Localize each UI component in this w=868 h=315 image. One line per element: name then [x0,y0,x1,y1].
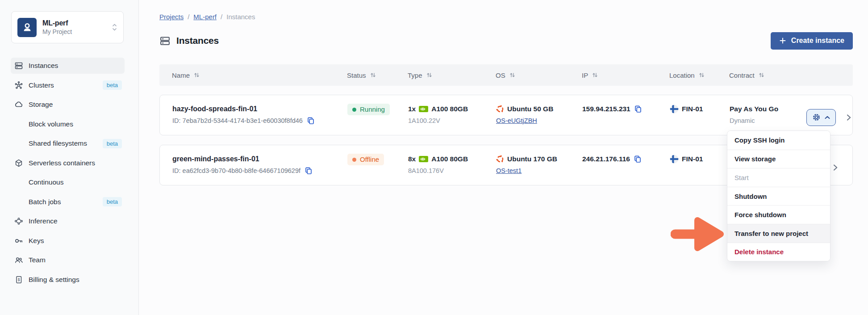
finland-flag-icon [670,155,679,164]
ubuntu-icon [496,105,504,113]
menu-item-copy-ssh-login[interactable]: Copy SSH login [727,131,830,150]
chevron-right-icon[interactable] [831,163,840,172]
os-label: Ubuntu 170 GB [507,154,557,164]
page-title: Instances [176,35,219,46]
copy-icon[interactable] [634,105,643,113]
person-icon [17,18,37,37]
sidebar-item-serverless-containers[interactable]: Serverless containers [11,155,125,171]
name-cell: hazy-food-spreads-fin-01 ID: 7eba7b2d-53… [172,100,347,125]
os-volume-link[interactable]: OS-test1 [496,167,522,174]
os-label: Ubuntu 50 GB [507,104,553,114]
project-selector-text: ML-perf My Project [42,19,111,35]
instance-ip: 159.94.215.231 [582,104,630,114]
column-label: OS [496,71,505,79]
column-header-location[interactable]: Location [669,71,729,79]
contract-cell: Pay As You Go Dynamic [730,100,778,126]
sidebar-item-continuous[interactable]: Continuous [11,174,125,190]
app-root: ML-perf My Project Instances Clusters be… [0,0,868,315]
menu-item-shutdown[interactable]: Shutdown [727,187,830,206]
page-header: Instances Create instance [159,32,853,50]
chevron-up-down-icon[interactable] [111,22,118,32]
sidebar: ML-perf My Project Instances Clusters be… [0,0,139,315]
menu-item-force-shutdown[interactable]: Force shutdown [727,205,830,224]
location-cell: FIN-01 [670,100,730,114]
create-instance-button[interactable]: Create instance [771,32,853,50]
sidebar-item-label: Instances [29,62,58,70]
plus-icon [779,37,786,44]
status-dot-icon [352,158,356,162]
servers-icon [14,61,23,70]
copy-icon[interactable] [306,116,315,125]
sidebar-item-batch-jobs[interactable]: Batch jobs beta [11,194,125,210]
sidebar-item-shared-filesystems[interactable]: Shared filesystems beta [11,135,125,151]
beta-badge: beta [103,197,122,206]
column-header-type[interactable]: Type [408,71,496,79]
breadcrumb: Projects / ML-perf / Instances [159,13,853,21]
breadcrumb-link-project[interactable]: ML-perf [193,13,217,21]
sidebar-item-billing-settings[interactable]: $ Billing & settings [11,272,125,288]
instance-row[interactable]: hazy-food-spreads-fin-01 ID: 7eba7b2d-53… [159,95,853,135]
sidebar-item-label: Batch jobs [29,198,61,206]
contract-label: Pay As You Go [730,104,778,114]
column-label: Status [347,71,366,79]
gpu-model: A100 80GB [431,154,468,164]
sidebar-item-label: Serverless containers [29,159,95,167]
column-header-os[interactable]: OS [496,71,582,79]
project-subtitle: My Project [42,28,111,35]
ubuntu-icon [496,155,504,163]
sidebar-item-instances[interactable]: Instances [11,58,125,74]
name-cell: green-mind-passes-fin-01 ID: ea62fcd3-9b… [172,150,347,175]
ip-cell: 159.94.215.231 [582,100,670,114]
breadcrumb-separator: / [221,13,222,21]
sidebar-item-label: Billing & settings [29,276,79,284]
sidebar-item-label: Continuous [29,178,63,186]
menu-item-transfer-to-new-project[interactable]: Transfer to new project [727,224,830,243]
location-label: FIN-01 [682,154,703,164]
type-cell: 1xA100 80GB 1A100.22V [408,100,496,126]
column-header-contract[interactable]: Contract [729,71,765,79]
sidebar-item-label: Keys [29,237,44,245]
table-header: Name Status Type OS IP Location Contract [159,64,853,86]
sidebar-item-block-volumes[interactable]: Block volumes [11,116,125,132]
type-cell: 8xA100 80GB 8A100.176V [408,150,496,176]
instance-settings-button[interactable] [806,109,836,126]
os-cell: Ubuntu 50 GB OS-eUGtjZBH [496,100,582,126]
sidebar-item-team[interactable]: Team [11,252,125,268]
gpu-count: 1x [408,104,416,114]
sidebar-item-label: Storage [29,101,53,109]
instance-ip: 246.21.176.116 [582,154,630,164]
cube-icon [14,159,23,168]
instance-name: hazy-food-spreads-fin-01 [172,104,347,114]
contract-sub: Dynamic [730,116,778,126]
beta-badge: beta [103,139,122,148]
status-label: Running [360,106,385,113]
chevron-right-icon[interactable] [844,113,853,122]
breadcrumb-link-projects[interactable]: Projects [159,13,184,21]
menu-item-view-storage[interactable]: View storage [727,150,830,168]
column-header-name[interactable]: Name [172,71,347,79]
sidebar-item-storage[interactable]: Storage [11,97,125,113]
instance-id-line: ID: ea62fcd3-9b70-4b80-b8fe-64667109629f [172,166,347,175]
status-label: Offline [360,156,379,163]
os-volume-link[interactable]: OS-eUGtjZBH [496,117,537,124]
sidebar-item-keys[interactable]: Keys [11,233,125,249]
instance-actions-menu: Copy SSH login View storage Start Shutdo… [727,130,830,261]
menu-item-delete-instance[interactable]: Delete instance [727,243,830,261]
id-prefix: ID: [172,117,181,124]
breadcrumb-separator: / [188,13,189,21]
column-header-ip[interactable]: IP [582,71,669,79]
sidebar-item-label: Shared filesystems [29,139,87,147]
actions-cell [778,101,853,133]
project-selector[interactable]: ML-perf My Project [11,11,124,43]
sidebar-item-label: Block volumes [29,120,73,128]
copy-icon[interactable] [633,155,642,164]
column-label: Contract [729,71,755,79]
column-header-status[interactable]: Status [347,71,408,79]
sidebar-item-inference[interactable]: Inference [11,213,125,229]
copy-icon[interactable] [304,166,313,175]
nvidia-icon [419,106,428,112]
type-sub: 8A100.176V [408,166,496,176]
key-icon [14,236,23,245]
sidebar-item-clusters[interactable]: Clusters beta [11,77,125,93]
billing-icon: $ [14,275,23,284]
